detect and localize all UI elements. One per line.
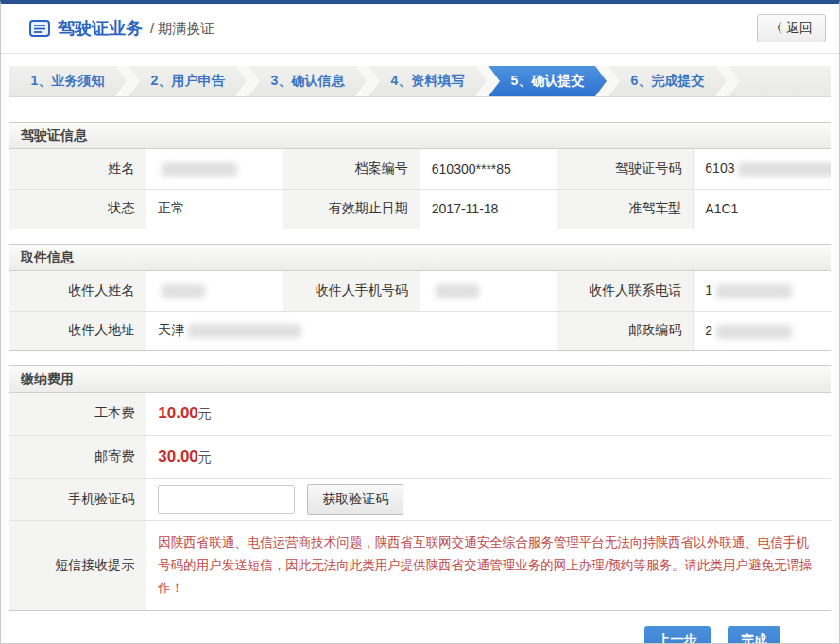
redacted-recipient-name <box>162 284 205 298</box>
postal-code-value: 2 <box>694 311 831 350</box>
section-pickup-info: 取件信息 收件人姓名 收件人手机号码 收件人联系电话 1 收件人地址 天津 邮政… <box>9 244 831 351</box>
production-fee-amount: 10.00 <box>158 404 198 422</box>
recipient-phone-value: 1 <box>694 271 831 311</box>
step-4-fill-data[interactable]: 4、资料填写 <box>369 66 487 96</box>
footer-actions: 上一步 完成 <box>1 626 839 644</box>
get-sms-code-button[interactable]: 获取验证码 <box>307 484 403 515</box>
table-row: 手机验证码 获取验证码 <box>9 478 831 520</box>
step-6-finish-submit[interactable]: 6、完成提交 <box>609 66 727 96</box>
fees-table: 工本费 10.00元 邮寄费 30.00元 手机验证码 获取验证码 短信接收提示… <box>9 393 831 610</box>
redacted-name <box>162 162 237 177</box>
vehicle-class-label: 准驾车型 <box>557 189 694 229</box>
recipient-name-label: 收件人姓名 <box>9 271 146 311</box>
valid-until-value: 2017-11-18 <box>420 189 557 229</box>
recipient-mobile-value <box>420 271 557 311</box>
redacted-recipient-phone <box>716 284 792 298</box>
step-3-confirm-info[interactable]: 3、确认信息 <box>249 66 367 96</box>
sms-notice-cell: 因陕西省联通、电信运营商技术问题，陕西省互联网交通安全综合服务管理平台无法向持陕… <box>146 520 831 610</box>
sms-code-label: 手机验证码 <box>9 478 146 520</box>
table-row: 状态 正常 有效期止日期 2017-11-18 准驾车型 A1C1 <box>9 189 831 229</box>
recipient-address-value: 天津 <box>146 311 557 350</box>
table-row: 姓名 档案编号 610300****85 驾驶证号码 6103 <box>9 149 831 189</box>
table-row: 收件人姓名 收件人手机号码 收件人联系电话 1 <box>9 271 831 311</box>
pickup-info-table: 收件人姓名 收件人手机号码 收件人联系电话 1 收件人地址 天津 邮政编码 2 <box>9 271 831 350</box>
finish-button[interactable]: 完成 <box>728 626 780 644</box>
postage-fee-amount: 30.00 <box>158 448 198 466</box>
back-button-label: 返回 <box>786 20 813 37</box>
license-no-value: 6103 <box>694 149 831 189</box>
status-value: 正常 <box>146 189 283 229</box>
recipient-mobile-label: 收件人手机号码 <box>283 271 420 311</box>
redacted-license-no <box>738 162 831 177</box>
sms-notice-text: 因陕西省联通、电信运营商技术问题，陕西省互联网交通安全综合服务管理平台无法向持陕… <box>158 532 819 600</box>
postage-fee-unit: 元 <box>198 449 212 465</box>
file-no-value: 610300****85 <box>420 149 557 189</box>
previous-step-button[interactable]: 上一步 <box>644 626 711 644</box>
section-fees-title: 缴纳费用 <box>9 366 831 393</box>
vehicle-class-value: A1C1 <box>694 189 831 229</box>
license-no-label: 驾驶证号码 <box>557 149 694 189</box>
table-row: 工本费 10.00元 <box>9 393 831 435</box>
redacted-postal-code <box>716 325 792 339</box>
recipient-address-label: 收件人地址 <box>9 311 146 350</box>
table-row: 短信接收提示 因陕西省联通、电信运营商技术问题，陕西省互联网交通安全综合服务管理… <box>9 520 831 610</box>
production-fee-label: 工本费 <box>9 393 146 435</box>
sms-notice-label: 短信接收提示 <box>9 520 146 610</box>
section-fees: 缴纳费用 工本费 10.00元 邮寄费 30.00元 手机验证码 获取验证码 短… <box>9 365 831 611</box>
page-title: 驾驶证业务 <box>58 17 143 40</box>
valid-until-label: 有效期止日期 <box>283 189 420 229</box>
step-bar-filler <box>729 66 831 96</box>
step-1-business-notice[interactable]: 1、业务须知 <box>9 66 127 96</box>
license-info-table: 姓名 档案编号 610300****85 驾驶证号码 6103 状态 正常 有效… <box>9 149 831 229</box>
recipient-phone-label: 收件人联系电话 <box>557 271 694 311</box>
postage-fee-value: 30.00元 <box>146 435 831 478</box>
page-header: 驾驶证业务 / 期满换证 〈 返回 <box>1 4 839 54</box>
sms-code-cell: 获取验证码 <box>146 478 831 520</box>
name-value <box>146 149 283 189</box>
postage-fee-label: 邮寄费 <box>9 435 146 478</box>
section-license-title: 驾驶证信息 <box>9 123 831 149</box>
status-label: 状态 <box>9 189 146 229</box>
redacted-recipient-address <box>188 324 301 338</box>
table-row: 收件人地址 天津 邮政编码 2 <box>9 311 831 350</box>
step-2-user-declaration[interactable]: 2、用户申告 <box>129 66 247 96</box>
sms-code-input[interactable] <box>158 485 295 514</box>
back-button[interactable]: 〈 返回 <box>757 14 826 42</box>
page-subtitle: / 期满换证 <box>150 20 214 38</box>
section-license-info: 驾驶证信息 姓名 档案编号 610300****85 驾驶证号码 6103 状态… <box>9 122 831 229</box>
license-renewal-page: 驾驶证业务 / 期满换证 〈 返回 1、业务须知 2、用户申告 3、确认信息 4… <box>0 0 840 644</box>
recipient-name-value <box>146 271 283 311</box>
redacted-recipient-mobile <box>436 284 479 298</box>
back-chevron-icon: 〈 <box>770 20 782 37</box>
file-no-label: 档案编号 <box>283 149 420 189</box>
form-list-icon <box>29 20 50 37</box>
step-wizard: 1、业务须知 2、用户申告 3、确认信息 4、资料填写 5、确认提交 6、完成提… <box>9 66 831 97</box>
production-fee-unit: 元 <box>198 406 212 421</box>
postal-code-label: 邮政编码 <box>557 311 694 350</box>
table-row: 邮寄费 30.00元 <box>9 435 831 478</box>
name-label: 姓名 <box>9 149 146 189</box>
step-5-confirm-submit-active[interactable]: 5、确认提交 <box>489 66 607 96</box>
production-fee-value: 10.00元 <box>146 393 831 435</box>
section-pickup-title: 取件信息 <box>9 245 831 271</box>
